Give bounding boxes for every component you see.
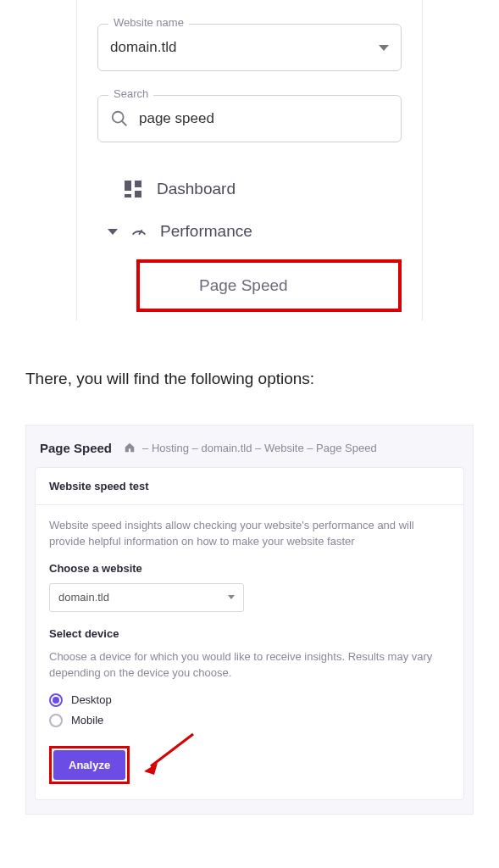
card-body: Website speed insights allow checking yo… [36, 505, 463, 799]
breadcrumb-domain[interactable]: domain.tld [192, 442, 252, 454]
select-device-desc: Choose a device for which you would like… [49, 648, 450, 682]
highlight-box: Analyze [49, 746, 130, 784]
nav-performance-label: Performance [160, 222, 252, 241]
website-name-label: Website name [108, 16, 189, 29]
radio-mobile[interactable]: Mobile [49, 714, 450, 727]
nav-page-speed-label: Page Speed [199, 276, 288, 295]
search-value: page speed [139, 110, 389, 127]
website-name-value: domain.tld [110, 39, 379, 56]
chevron-down-icon [228, 595, 235, 599]
page-speed-panel: Page Speed Hosting domain.tld Website Pa… [25, 425, 474, 815]
radio-desktop-label: Desktop [71, 693, 112, 706]
radio-desktop[interactable]: Desktop [49, 693, 450, 707]
svg-marker-4 [144, 763, 158, 775]
chevron-down-icon [379, 45, 389, 51]
nav-list: Dashboard Performance Page Speed [97, 168, 402, 312]
nav-dashboard[interactable]: Dashboard [104, 168, 402, 210]
arrow-annotation-icon [142, 727, 202, 778]
breadcrumb-hosting[interactable]: Hosting [142, 442, 189, 454]
choose-website-select[interactable]: domain.tld [49, 583, 244, 612]
sidebar-panel: Website name domain.tld Search page spee… [76, 0, 423, 320]
panel-header: Page Speed Hosting domain.tld Website Pa… [35, 439, 464, 467]
nav-page-speed[interactable]: Page Speed [140, 263, 398, 309]
sidebar-screenshot: Website name domain.tld Search page spee… [0, 0, 499, 320]
choose-website-value: domain.tld [58, 591, 109, 604]
card-heading: Website speed test [36, 468, 463, 505]
analyze-wrap: Analyze [49, 746, 130, 784]
radio-unselected-icon [49, 714, 63, 727]
select-device-label: Select device [49, 627, 450, 640]
svg-line-1 [122, 121, 127, 126]
card-description: Website speed insights allow checking yo… [49, 517, 450, 550]
breadcrumb-page-speed[interactable]: Page Speed [307, 442, 376, 454]
svg-point-0 [113, 112, 124, 123]
speed-test-card: Website speed test Website speed insight… [35, 467, 464, 800]
highlight-box: Page Speed [136, 259, 402, 312]
gauge-icon [130, 222, 148, 241]
search-input[interactable]: Search page speed [97, 95, 402, 142]
search-icon [110, 109, 129, 128]
search-label: Search [108, 87, 153, 100]
page-speed-screenshot: Page Speed Hosting domain.tld Website Pa… [0, 425, 499, 815]
analyze-button[interactable]: Analyze [53, 750, 125, 780]
choose-website-label: Choose a website [49, 562, 450, 575]
page-title: Page Speed [40, 441, 112, 455]
dashboard-icon [125, 181, 141, 198]
svg-line-3 [151, 734, 193, 766]
website-name-select[interactable]: Website name domain.tld [97, 24, 402, 71]
nav-dashboard-label: Dashboard [157, 180, 236, 198]
nav-performance[interactable]: Performance [104, 210, 402, 253]
radio-selected-icon [49, 693, 63, 707]
collapse-icon [108, 229, 118, 235]
breadcrumb-website[interactable]: Website [255, 442, 304, 454]
radio-mobile-label: Mobile [71, 714, 103, 726]
breadcrumb: Hosting domain.tld Website Page Speed [142, 442, 377, 454]
body-paragraph: There, you will find the following optio… [0, 320, 499, 425]
home-icon[interactable] [124, 442, 136, 453]
